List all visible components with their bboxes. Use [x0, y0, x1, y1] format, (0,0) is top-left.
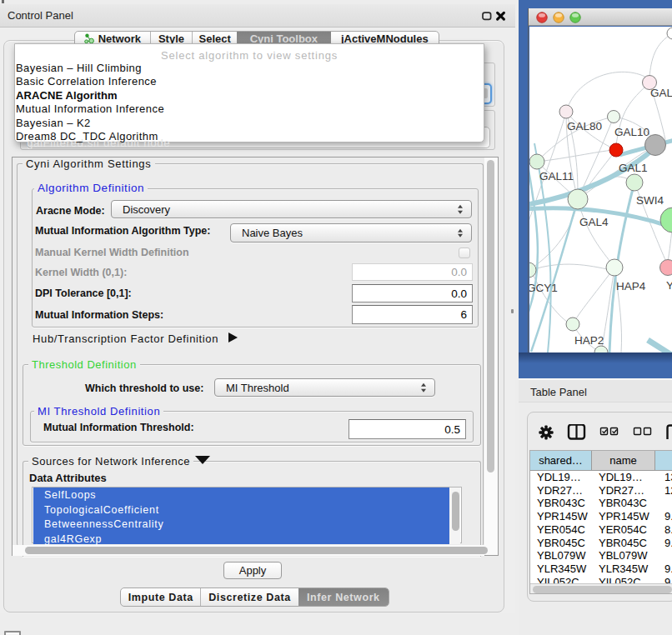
svg-text:GAL80: GAL80 — [567, 120, 602, 132]
svg-text:GAL11: GAL11 — [539, 170, 574, 182]
svg-text:GAL10: GAL10 — [614, 126, 649, 138]
svg-text:SWI4: SWI4 — [636, 194, 664, 207]
svg-text:Y: Y — [666, 279, 672, 292]
svg-text:HAP2: HAP2 — [574, 334, 604, 347]
svg-text:GAL4: GAL4 — [579, 216, 609, 228]
svg-text:GAL: GAL — [650, 87, 672, 99]
svg-text:GAL1: GAL1 — [619, 162, 648, 174]
svg-text:HAP4: HAP4 — [616, 280, 646, 292]
svg-text:GCY1: GCY1 — [529, 282, 558, 294]
